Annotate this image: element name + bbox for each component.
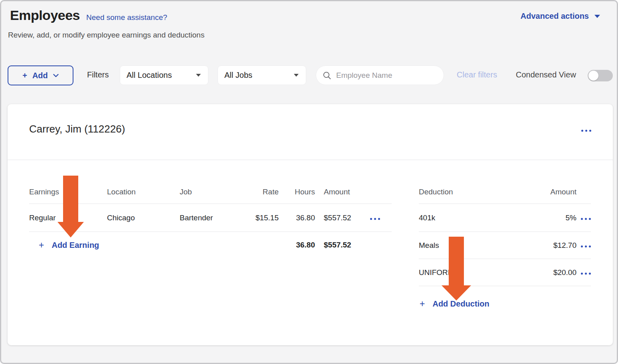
caret-down-icon	[294, 74, 299, 77]
filter-bar: + Add Filters All Locations All Jobs Cle…	[1, 65, 617, 85]
deduction-name: UNIFORM	[419, 268, 553, 277]
add-deduction-label: Add Deduction	[432, 299, 489, 309]
earning-job: Bartender	[180, 214, 246, 222]
add-button[interactable]: + Add	[8, 65, 73, 85]
page-title: Employees	[10, 8, 80, 23]
clear-filters-button[interactable]: Clear filters	[457, 70, 497, 79]
condensed-view-label: Condensed View	[516, 70, 576, 79]
col-deduction-amount: Amount	[551, 188, 576, 196]
earnings-total-hours: 36.80	[279, 241, 315, 249]
col-hours: Hours	[279, 188, 315, 196]
advanced-actions-dropdown[interactable]: Advanced actions	[521, 12, 600, 21]
chevron-down-icon	[53, 74, 59, 77]
earning-type: Regular	[29, 214, 107, 222]
ellipsis-icon	[581, 245, 591, 247]
filters-label: Filters	[87, 70, 109, 79]
add-deduction-link[interactable]: + Add Deduction	[420, 299, 489, 309]
earnings-row: Regular Chicago Bartender $15.15 36.80 $…	[29, 204, 392, 232]
search-icon	[323, 71, 331, 80]
employee-card: Carrey, Jim (112226) Earnings Location J…	[8, 104, 613, 345]
earnings-footer-row: + Add Earning 36.80 $557.52	[29, 232, 392, 258]
deduction-name: Meals	[419, 241, 553, 250]
col-deduction: Deduction	[419, 188, 551, 196]
caret-down-icon	[594, 15, 600, 18]
earning-rate: $15.15	[246, 214, 279, 222]
deduction-row: UNIFORM $20.00	[419, 259, 591, 286]
plus-icon: +	[39, 241, 44, 250]
earnings-total-amount: $557.52	[324, 241, 368, 249]
col-job: Job	[180, 188, 246, 196]
deduction-amount: 5%	[566, 214, 576, 222]
deduction-row-menu[interactable]	[581, 242, 591, 249]
employee-name: Carrey, Jim (112226)	[29, 123, 125, 135]
job-filter-dropdown[interactable]: All Jobs	[218, 65, 306, 85]
earning-hours: 36.80	[279, 214, 315, 222]
page-header: Employees Need some assistance?	[10, 8, 167, 23]
deductions-header-row: Deduction Amount	[419, 180, 591, 204]
col-rate: Rate	[246, 188, 279, 196]
earnings-row-menu[interactable]	[368, 214, 392, 222]
ellipsis-icon	[581, 273, 591, 275]
deductions-table: Deduction Amount 401k 5% Meals $12.70 UN…	[419, 180, 591, 316]
deduction-row-menu[interactable]	[581, 214, 591, 222]
employees-page: Employees Need some assistance? Advanced…	[0, 0, 618, 364]
earnings-header-row: Earnings Location Job Rate Hours Amount	[29, 180, 392, 204]
add-earning-label: Add Earning	[52, 241, 99, 250]
deduction-row: 401k 5%	[419, 204, 591, 232]
deduction-row: Meals $12.70	[419, 232, 591, 259]
card-divider	[8, 160, 613, 160]
employee-card-menu[interactable]	[581, 126, 591, 133]
advanced-actions-label: Advanced actions	[521, 12, 589, 21]
earnings-table: Earnings Location Job Rate Hours Amount …	[29, 180, 392, 258]
deduction-row-menu[interactable]	[581, 269, 591, 276]
job-filter-value: All Jobs	[224, 71, 252, 80]
plus-icon: +	[22, 71, 27, 80]
toggle-knob	[588, 71, 598, 81]
caret-down-icon	[196, 74, 201, 77]
ellipsis-icon	[581, 218, 591, 220]
ellipsis-icon	[581, 130, 591, 132]
deduction-amount: $12.70	[553, 241, 576, 250]
employee-search[interactable]	[316, 65, 444, 85]
deduction-name: 401k	[419, 214, 566, 222]
col-location: Location	[107, 188, 180, 196]
ellipsis-icon	[370, 218, 380, 220]
deductions-footer-row: + Add Deduction	[419, 292, 591, 316]
add-button-label: Add	[32, 71, 48, 80]
earning-location: Chicago	[107, 214, 180, 222]
earning-amount: $557.52	[324, 214, 368, 222]
condensed-view-toggle[interactable]	[588, 70, 613, 81]
col-amount: Amount	[324, 188, 368, 196]
deduction-amount: $20.00	[553, 268, 576, 277]
plus-icon: +	[420, 299, 425, 309]
page-subtitle: Review, add, or modify employee earnings…	[8, 31, 204, 40]
location-filter-value: All Locations	[127, 71, 172, 80]
col-earnings: Earnings	[29, 188, 107, 196]
location-filter-dropdown[interactable]: All Locations	[120, 65, 208, 85]
add-earning-link[interactable]: + Add Earning	[29, 241, 246, 250]
employee-search-input[interactable]	[336, 71, 432, 80]
need-assistance-link[interactable]: Need some assistance?	[86, 13, 167, 22]
